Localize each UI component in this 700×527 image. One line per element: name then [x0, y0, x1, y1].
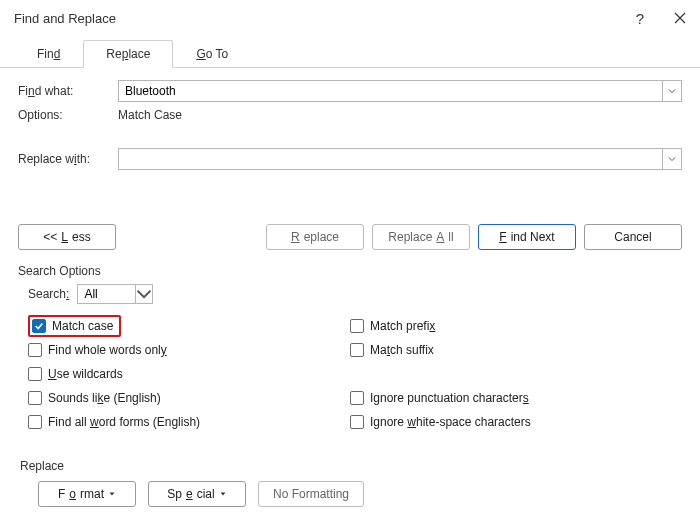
titlebar: Find and Replace ? [0, 0, 700, 36]
replace-with-dropdown[interactable] [662, 148, 682, 170]
replace-with-label: Replace with: [18, 152, 118, 166]
dialog-title: Find and Replace [14, 11, 620, 26]
find-what-label: Find what: [18, 84, 118, 98]
find-what-combo[interactable] [118, 80, 682, 102]
find-replace-dialog: Find and Replace ? Find Replace Go To Fi… [0, 0, 700, 527]
checkbox-box[interactable] [28, 391, 42, 405]
replace-with-combo[interactable] [118, 148, 682, 170]
checkbox-box[interactable] [350, 319, 364, 333]
replace-button[interactable]: Replace [266, 224, 364, 250]
format-button[interactable]: Format [38, 481, 136, 507]
bottom-section: Replace Format Special No Formatting [0, 459, 700, 527]
checkbox-label: Find all word forms (English) [48, 415, 200, 429]
tab-find[interactable]: Find [14, 40, 83, 68]
button-row: << Less Replace Replace All Find Next Ca… [0, 176, 700, 258]
checkbox-label: Sounds like (English) [48, 391, 161, 405]
checkbox-box[interactable] [350, 415, 364, 429]
checkbox-label: Match prefix [370, 319, 435, 333]
checkbox-col-left: Match caseFind whole words onlyUse wildc… [28, 314, 350, 434]
checkbox-match-suffix[interactable]: Match suffix [350, 338, 672, 362]
checkbox-match-case[interactable]: Match case [28, 314, 350, 338]
checkbox-label: Find whole words only [48, 343, 167, 357]
checkbox-use-wildcards[interactable]: Use wildcards [28, 362, 350, 386]
help-button[interactable]: ? [620, 0, 660, 36]
no-formatting-button[interactable]: No Formatting [258, 481, 364, 507]
search-direction-label: Search: [28, 287, 69, 301]
checkbox-find-all-word-forms-english-[interactable]: Find all word forms (English) [28, 410, 350, 434]
checkbox-ignore-white-space-characters[interactable]: Ignore white-space characters [350, 410, 672, 434]
search-options: Search: [0, 278, 700, 314]
checkbox-label: Match suffix [370, 343, 434, 357]
checkbox-label: Match case [52, 319, 113, 333]
search-direction-select[interactable] [77, 284, 153, 304]
search-direction-value[interactable] [77, 284, 135, 304]
find-next-button[interactable]: Find Next [478, 224, 576, 250]
find-what-input[interactable] [118, 80, 662, 102]
replace-section-label: Replace [18, 459, 682, 473]
tab-replace[interactable]: Replace [83, 40, 173, 68]
replace-with-input[interactable] [118, 148, 662, 170]
tab-goto[interactable]: Go To [173, 40, 251, 68]
checkbox-box[interactable] [32, 319, 46, 333]
caret-down-icon [219, 487, 227, 501]
checkbox-find-whole-words-only[interactable]: Find whole words only [28, 338, 350, 362]
checkbox-label: Use wildcards [48, 367, 123, 381]
checkbox-label: Ignore punctuation characters [370, 391, 529, 405]
caret-down-icon [108, 487, 116, 501]
checkbox-ignore-punctuation-characters[interactable]: Ignore punctuation characters [350, 386, 672, 410]
special-button[interactable]: Special [148, 481, 246, 507]
checkbox-box[interactable] [28, 415, 42, 429]
find-what-dropdown[interactable] [662, 80, 682, 102]
checkbox-col-right: Match prefixMatch suffixIgnore punctuati… [350, 314, 672, 434]
checkbox-box[interactable] [350, 343, 364, 357]
tab-row: Find Replace Go To [0, 36, 700, 68]
checkbox-sounds-like-english-[interactable]: Sounds like (English) [28, 386, 350, 410]
replace-all-button[interactable]: Replace All [372, 224, 470, 250]
less-button[interactable]: << Less [18, 224, 116, 250]
options-value: Match Case [118, 108, 182, 122]
search-direction-dropdown[interactable] [135, 284, 153, 304]
search-options-label: Search Options [0, 264, 700, 278]
checkbox-label: Ignore white-space characters [370, 415, 531, 429]
cancel-button[interactable]: Cancel [584, 224, 682, 250]
close-button[interactable] [660, 0, 700, 36]
options-label: Options: [18, 108, 118, 122]
checkbox-box[interactable] [28, 343, 42, 357]
checkbox-box[interactable] [28, 367, 42, 381]
checkbox-box[interactable] [350, 391, 364, 405]
form-area: Find what: Options: Match Case Replace w… [0, 68, 700, 170]
checkbox-columns: Match caseFind whole words onlyUse wildc… [0, 314, 700, 434]
checkbox-match-prefix[interactable]: Match prefix [350, 314, 672, 338]
